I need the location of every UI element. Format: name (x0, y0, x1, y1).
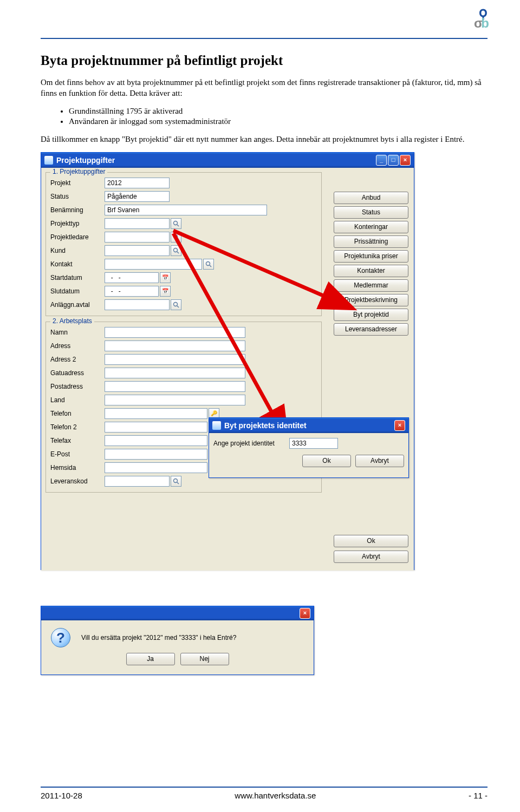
adress2-input[interactable] (105, 354, 245, 365)
benamning-input[interactable] (105, 205, 267, 215)
hemsida-label: Hemsida (50, 464, 105, 472)
nej-button[interactable]: Nej (180, 653, 229, 665)
postadress-input[interactable] (105, 381, 245, 392)
list-item: Grundinställning 1795 är aktiverad (69, 107, 487, 116)
maximize-icon[interactable]: □ (388, 155, 399, 166)
telefon2-input[interactable] (105, 422, 207, 433)
kund-input[interactable] (105, 245, 170, 256)
status-input[interactable] (105, 191, 170, 202)
projekt-label: Projekt (50, 179, 105, 187)
svg-point-4 (174, 248, 178, 252)
anlaggn-label: Anläggn.avtal (50, 301, 105, 309)
search-icon[interactable] (203, 259, 214, 270)
gatuadress-input[interactable] (105, 368, 245, 378)
telefax-label: Telefax (50, 437, 105, 444)
svg-line-11 (177, 482, 179, 484)
gatuadress-label: Gatuadress (50, 369, 105, 377)
ja-button[interactable]: Ja (126, 653, 175, 665)
list-item: Användaren är inloggad som systemadminis… (69, 117, 487, 126)
svg-line-1 (177, 225, 179, 226)
titlebar[interactable]: Byt projektets identitet × (209, 418, 408, 433)
confirm-message: Vill du ersätta projekt "2012" med "3333… (81, 634, 236, 641)
intro-paragraph: Om det finns behov av att byta projektnu… (41, 77, 487, 99)
ok-button[interactable]: Ok (334, 535, 408, 547)
calendar-icon[interactable] (160, 286, 171, 297)
followup-paragraph: Då tillkommer en knapp "Byt projektid" d… (41, 134, 487, 145)
byt-projektid-button[interactable]: Byt projektid (334, 309, 408, 321)
postadress-label: Postadress (50, 383, 105, 390)
slutdatum-label: Slutdatum (50, 287, 105, 295)
leveranskod-label: Leveranskod (50, 477, 105, 485)
telefon-input[interactable] (105, 408, 207, 419)
app-icon (44, 156, 53, 165)
avbryt-button[interactable]: Avbryt (334, 551, 408, 563)
minimize-icon[interactable]: _ (376, 155, 387, 166)
footer-date: 2011-10-28 (41, 791, 82, 800)
svg-point-8 (174, 302, 178, 306)
window-title: Projektuppgifter (56, 156, 115, 165)
search-icon[interactable] (171, 299, 181, 310)
konteringar-button[interactable]: Konteringar (334, 221, 408, 233)
ok-button[interactable]: Ok (302, 455, 351, 467)
kund-label: Kund (50, 247, 105, 254)
anlaggn-input[interactable] (105, 299, 170, 310)
identitet-label: Ange projekt identitet (213, 440, 289, 447)
close-icon[interactable]: × (400, 155, 411, 166)
projektledare-label: Projektledare (50, 233, 105, 241)
land-label: Land (50, 396, 105, 404)
search-icon[interactable] (171, 476, 181, 487)
projektledare-input[interactable] (105, 232, 170, 243)
svg-line-5 (177, 252, 179, 253)
header-rule (41, 38, 487, 39)
confirm-dialog: × ? Vill du ersätta projekt "2012" med "… (41, 606, 314, 675)
search-icon[interactable] (171, 218, 181, 229)
benamning-label: Benämning (50, 206, 105, 214)
question-icon: ? (51, 628, 70, 647)
projekttyp-label: Projekttyp (50, 220, 105, 227)
titlebar[interactable]: × (41, 606, 314, 620)
leveransadresser-button[interactable]: Leveransadresser (334, 323, 408, 336)
telefon2-label: Telefon 2 (50, 423, 105, 431)
kontakt-label: Kontakt (50, 260, 105, 268)
avbryt-button[interactable]: Avbryt (355, 455, 404, 467)
svg-line-3 (177, 238, 179, 240)
anbud-button[interactable]: Anbud (334, 192, 408, 204)
close-icon[interactable]: × (394, 420, 405, 431)
status-label: Status (50, 193, 105, 200)
kontakt-input[interactable] (105, 259, 202, 270)
side-button-column: Anbud Status Konteringar Prissättning Pr… (334, 192, 408, 336)
projekttyp-input[interactable] (105, 218, 170, 229)
telefon-label: Telefon (50, 410, 105, 417)
kontakter-button[interactable]: Kontakter (334, 265, 408, 277)
epost-input[interactable] (105, 449, 207, 460)
window-title: Byt projektets identitet (224, 421, 307, 430)
close-icon[interactable]: × (300, 608, 310, 619)
land-input[interactable] (105, 395, 245, 405)
namn-input[interactable] (105, 327, 245, 338)
projektbeskrivning-button[interactable]: Projektbeskrivning (334, 294, 408, 306)
medlemmar-button[interactable]: Medlemmar (334, 279, 408, 292)
adress2-label: Adress 2 (50, 356, 105, 363)
projekt-input[interactable] (105, 178, 170, 188)
startdatum-input[interactable] (105, 272, 159, 283)
identitet-input[interactable] (289, 438, 338, 449)
titlebar[interactable]: Projektuppgifter _ □ × (41, 153, 414, 168)
svg-point-6 (206, 261, 210, 265)
leveranskod-input[interactable] (105, 476, 170, 487)
page-title: Byta projektnummer på befintligt projekt (41, 53, 487, 68)
status-button[interactable]: Status (334, 206, 408, 219)
telefax-input[interactable] (105, 435, 207, 446)
footer-url: www.hantverksdata.se (235, 791, 316, 800)
requirements-list: Grundinställning 1795 är aktiverad Använ… (69, 107, 487, 126)
slutdatum-input[interactable] (105, 286, 159, 297)
search-icon[interactable] (171, 245, 181, 256)
footer-page: - 11 - (469, 791, 487, 800)
svg-line-9 (177, 306, 179, 307)
hemsida-input[interactable] (105, 462, 207, 473)
search-icon[interactable] (171, 232, 181, 243)
calendar-icon[interactable] (160, 272, 171, 283)
prissattning-button[interactable]: Prissättning (334, 235, 408, 248)
projektunika-priser-button[interactable]: Projektunika priser (334, 250, 408, 263)
adress-input[interactable] (105, 340, 245, 351)
projektuppgifter-fieldset: 1. Projektuppgifter Projekt Status Benäm… (46, 172, 322, 316)
